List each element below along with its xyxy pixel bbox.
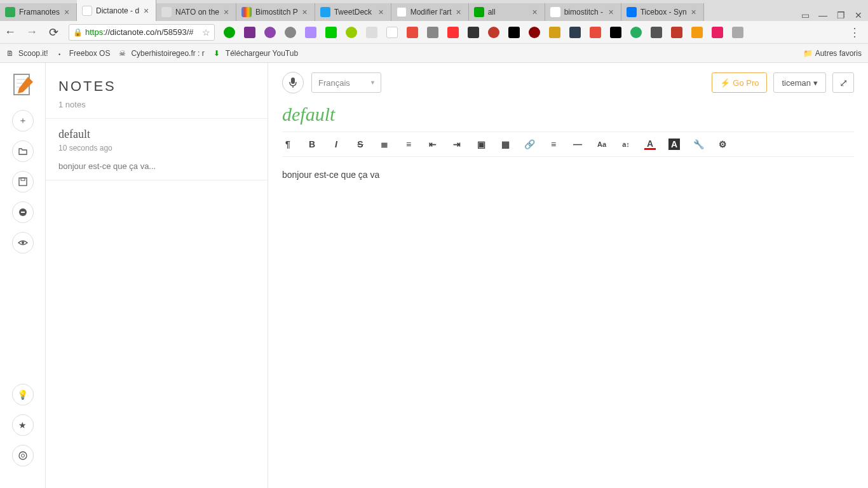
settings-tool[interactable]: ⚙ (717, 139, 728, 150)
bold-tool[interactable]: B (306, 139, 318, 150)
star-icon[interactable]: ☆ (202, 27, 210, 37)
tab-all[interactable]: all × (469, 3, 545, 21)
close-window-button[interactable]: ✕ (853, 10, 864, 21)
ext-icon[interactable] (285, 27, 296, 38)
text-color-tool[interactable]: A (644, 139, 656, 150)
font-size-tool[interactable]: a↕ (620, 139, 632, 150)
note-item-preview: bonjour est-ce que ça va... (58, 161, 255, 171)
url-field[interactable]: 🔒 https://dictanote.co/n/58593/# ☆ (69, 24, 215, 41)
notes-list-panel: NOTES 1 notes default 10 seconds ago bon… (46, 63, 268, 488)
ext-icon[interactable] (529, 27, 540, 38)
ext-icon[interactable] (732, 27, 743, 38)
ext-icon[interactable] (549, 27, 560, 38)
forward-button[interactable]: → (25, 26, 38, 39)
outdent-tool[interactable]: ⇤ (427, 139, 438, 150)
new-tab-button[interactable]: ▭ (799, 10, 811, 21)
ext-icon[interactable] (488, 27, 499, 38)
tips-button[interactable]: 💡 (12, 384, 34, 405)
new-note-button[interactable]: ＋ (12, 110, 34, 132)
svg-point-8 (22, 241, 24, 244)
preview-button[interactable] (12, 232, 34, 254)
ext-icon[interactable] (386, 27, 398, 38)
align-tool[interactable]: ≡ (548, 139, 559, 150)
bookmark-scoopit[interactable]: 🗎 Scoop.it! (6, 49, 48, 58)
italic-tool[interactable]: I (330, 139, 342, 150)
ext-icon[interactable] (569, 27, 581, 38)
tab-modifier[interactable]: Modifier l'art × (391, 3, 469, 21)
browser-menu-button[interactable]: ⋮ (845, 25, 864, 39)
close-icon[interactable]: × (301, 8, 309, 17)
ext-icon[interactable] (590, 27, 601, 38)
ext-icon[interactable] (651, 27, 662, 38)
ext-icon[interactable] (264, 27, 276, 38)
chevron-down-icon: ▾ (813, 78, 818, 88)
maximize-button[interactable]: ❐ (835, 10, 846, 21)
tab-bimostitch-search[interactable]: bimostitch - × (545, 3, 621, 21)
editor-body[interactable]: bonjour est-ce que ça va (282, 166, 854, 180)
close-icon[interactable]: × (142, 6, 151, 15)
save-button[interactable] (12, 171, 34, 193)
back-button[interactable]: ← (4, 26, 17, 39)
reload-button[interactable]: ⟳ (47, 26, 60, 39)
tab-bimostitch[interactable]: Bimostitch P × (236, 3, 315, 21)
ext-icon[interactable] (508, 27, 520, 38)
ext-icon[interactable] (691, 27, 703, 38)
go-pro-button[interactable]: ⚡ Go Pro (712, 72, 767, 93)
close-icon[interactable]: × (454, 8, 463, 17)
freebox-icon: ⬩ (57, 49, 66, 58)
ext-icon[interactable] (447, 27, 459, 38)
ext-icon[interactable] (224, 27, 235, 38)
fullscreen-button[interactable]: ⤢ (832, 72, 854, 93)
ext-icon[interactable] (712, 27, 723, 38)
bookmark-freebox[interactable]: ⬩ Freebox OS (57, 49, 111, 58)
ext-icon[interactable] (366, 27, 377, 38)
help-button[interactable] (12, 445, 34, 466)
table-tool[interactable]: ▦ (499, 139, 511, 150)
strike-tool[interactable]: S (355, 139, 366, 150)
ext-icon[interactable] (305, 27, 316, 38)
close-icon[interactable]: × (607, 8, 616, 17)
bookmark-youtube-dl[interactable]: ⬇ Téléchargeur YouTub (214, 49, 298, 58)
language-select[interactable]: Français (311, 72, 381, 93)
ext-icon[interactable] (671, 27, 682, 38)
ordered-list-tool[interactable]: ≡ (403, 139, 414, 150)
tab-ticebox[interactable]: Ticebox - Syn × (621, 3, 704, 21)
close-icon[interactable]: × (222, 8, 231, 17)
ext-icon[interactable] (407, 27, 418, 38)
tab-nato[interactable]: NATO on the × (156, 3, 236, 21)
remove-button[interactable] (12, 201, 34, 223)
ext-icon[interactable] (468, 27, 479, 38)
image-tool[interactable]: ▣ (475, 139, 487, 150)
close-icon[interactable]: × (689, 8, 698, 17)
more-tools-tool[interactable]: 🔧 (693, 139, 704, 150)
tab-framanotes[interactable]: Framanotes × (0, 3, 77, 21)
bg-color-tool[interactable]: A (668, 139, 680, 150)
minimize-button[interactable]: — (817, 10, 829, 21)
font-family-tool[interactable]: Aa (596, 139, 607, 150)
folders-button[interactable] (12, 140, 34, 162)
link-tool[interactable]: 🔗 (524, 139, 535, 150)
hr-tool[interactable]: — (572, 139, 583, 150)
note-list-item[interactable]: default 10 seconds ago bonjour est-ce qu… (46, 119, 268, 180)
ext-icon[interactable] (325, 27, 337, 38)
close-icon[interactable]: × (531, 8, 539, 17)
user-menu-button[interactable]: ticeman ▾ (773, 72, 826, 93)
tab-dictanote[interactable]: Dictanote - d × (77, 0, 156, 21)
paragraph-tool[interactable]: ¶ (282, 139, 294, 150)
indent-tool[interactable]: ⇥ (451, 139, 463, 150)
other-bookmarks-folder[interactable]: 📁 Autres favoris (803, 49, 862, 58)
favorites-button[interactable]: ★ (12, 414, 34, 436)
ext-icon[interactable] (630, 27, 642, 38)
gopro-label: Go Pro (733, 78, 759, 88)
ext-icon[interactable] (427, 27, 438, 38)
bookmark-cyberhistoire[interactable]: ☠ Cyberhistoiregeo.fr : r (119, 49, 204, 58)
tab-tweetdeck[interactable]: TweetDeck × (315, 3, 391, 21)
unordered-list-tool[interactable]: ≣ (379, 139, 390, 150)
document-title[interactable]: default (282, 104, 854, 125)
close-icon[interactable]: × (62, 8, 71, 17)
close-icon[interactable]: × (377, 8, 386, 17)
dictate-button[interactable] (282, 72, 304, 93)
ext-icon[interactable] (610, 27, 621, 38)
ext-icon[interactable] (244, 27, 255, 38)
ext-icon[interactable] (346, 27, 357, 38)
